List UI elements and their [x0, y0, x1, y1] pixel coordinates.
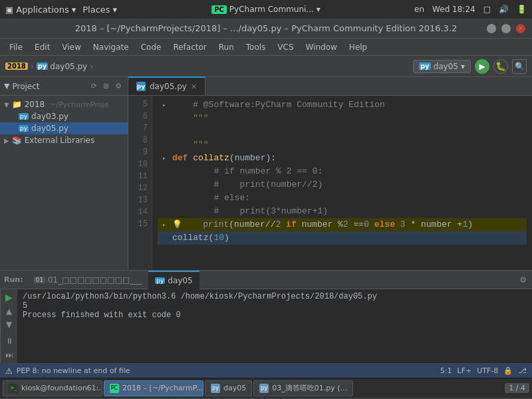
run-pause-btn[interactable]: ⏸	[3, 336, 15, 347]
search-button[interactable]: 🔍	[512, 59, 527, 74]
menu-navigate[interactable]: Navigate	[88, 41, 134, 53]
expand-icon[interactable]: ⊞	[101, 81, 111, 91]
menu-view[interactable]: View	[57, 41, 86, 53]
run-button[interactable]: ▶	[475, 59, 489, 74]
menu-help[interactable]: Help	[344, 41, 372, 53]
warning-icon: ⚠	[5, 366, 13, 376]
window-arrow-sys: ▾	[317, 5, 321, 14]
battery-icon: 🔋	[517, 5, 527, 14]
bulb-icon[interactable]: 💡	[172, 219, 182, 231]
breadcrumb: 2018 › py day05.py ›	[5, 62, 410, 71]
apps-arrow-icon: ▾	[72, 5, 76, 15]
cursor-position[interactable]: 5:1	[440, 366, 452, 375]
code-line-11: # print(number//2)	[158, 178, 527, 192]
run-output-line-2: 5	[23, 301, 527, 311]
maximize-button[interactable]: □	[501, 24, 511, 33]
tab-day05[interactable]: py day05.py ✕	[128, 76, 205, 95]
sidebar-collapse-icon[interactable]: ▼	[4, 82, 9, 90]
menu-code[interactable]: Code	[136, 41, 167, 53]
run-tab-day05-label: day05	[168, 276, 192, 285]
run-config-icon: py	[419, 63, 431, 70]
run-config-selector[interactable]: py day05 ▾	[413, 60, 471, 73]
minimize-button[interactable]: —	[487, 24, 496, 33]
taskbar-day05[interactable]: py day05	[205, 380, 252, 396]
menu-refactor[interactable]: Refactor	[168, 41, 211, 53]
system-right: en Wed 18:24 □ 🔊 🔋	[414, 5, 527, 14]
code-editor[interactable]: 5 6 7 8 9 10 11 12 13 14 15 ▸ # @Softwar…	[128, 96, 532, 270]
code-line-13: # print(3*number+1)	[158, 205, 527, 218]
system-bar: ▣ Applications ▾ Places ▾ PC PyCharm Com…	[0, 0, 532, 19]
window-title-system: PC PyCharm Communi... ▾	[211, 5, 321, 14]
menu-run[interactable]: Run	[213, 41, 239, 53]
tree-item-day05[interactable]: py day05.py	[0, 122, 128, 134]
fold-icon-5[interactable]: ▸	[159, 100, 170, 110]
apps-menu[interactable]: ▣ Applications ▾	[5, 5, 76, 15]
pycharm-icon: PC	[110, 384, 119, 393]
gutter-11	[159, 180, 170, 190]
fold-icon-14[interactable]: ▸	[159, 219, 170, 230]
tree-root-path: ~/PycharmProje	[50, 100, 108, 109]
ext-libs-arrow-icon: ▶	[4, 137, 9, 144]
window-name-sys: PyCharm Communi...	[229, 5, 314, 14]
apps-icon: ▣	[5, 5, 13, 15]
menu-file[interactable]: File	[4, 41, 28, 53]
encoding[interactable]: UTF-8	[477, 366, 498, 375]
run-skip-btn[interactable]: ⏭	[3, 349, 15, 360]
settings-icon[interactable]: ⚙	[113, 81, 124, 91]
tree-label-day03: day03.py	[31, 112, 68, 121]
taskbar-day05-label: day05	[223, 384, 246, 392]
menu-window[interactable]: Window	[301, 41, 342, 53]
menu-vcs[interactable]: VCS	[272, 41, 299, 53]
code-line-8: """	[158, 138, 527, 152]
gutter-15	[159, 233, 170, 243]
tree-label-day05: day05.py	[31, 124, 68, 133]
taskbar-terminal[interactable]: >_ kiosk@foundation61:...	[3, 380, 102, 396]
run-side-controls: ▶ ▲ ▼ ⏸ ⏭	[0, 289, 17, 363]
tree-label-ext-libs: External Libraries	[25, 136, 94, 145]
tree-root-2018[interactable]: ▼ 📁 2018 ~/PycharmProje	[0, 98, 128, 110]
close-button[interactable]: ✕	[516, 24, 525, 33]
run-output-line-4: Process finished with exit code 0	[23, 311, 527, 320]
time-label: Wed 18:24	[432, 5, 475, 14]
sidebar: ▼ Project ⟳ ⊞ ⚙ ▼ 📁 2018 ~/PycharmProje …	[0, 77, 128, 270]
run-play-btn[interactable]: ▶	[3, 292, 15, 303]
run-label: Run:	[0, 271, 27, 289]
run-up-btn[interactable]: ▲	[3, 306, 15, 317]
run-tab-01[interactable]: 01 01_□□□□□□□□□___	[27, 271, 149, 289]
taskbar-file3[interactable]: py 03_滴答嗒吃01.py (…	[253, 380, 353, 396]
tabs-bar: py day05.py ✕	[128, 77, 532, 96]
page-indicator: 1 / 4	[505, 383, 529, 393]
run-window: Run: 01 01_□□□□□□□□□___ py day05 ⚙ ▶ ▲ ▼…	[0, 270, 532, 363]
tree-item-day03[interactable]: py day03.py	[0, 110, 128, 122]
fold-icon-9[interactable]: ▸	[159, 153, 170, 164]
run-down-btn[interactable]: ▼	[3, 319, 15, 331]
file-breadcrumb[interactable]: py day05.py	[37, 62, 88, 71]
places-label: Places	[82, 5, 110, 15]
menu-tools[interactable]: Tools	[241, 41, 271, 53]
code-content[interactable]: ▸ # @Software:PyCharm Community Edition …	[152, 96, 532, 270]
run-tab-day05[interactable]: py day05	[148, 271, 199, 289]
status-left: ⚠ PEP 8: no newline at end of file	[5, 366, 435, 376]
gutter-12	[159, 193, 170, 203]
terminal-icon: >_	[9, 384, 18, 393]
ext-libs-icon: 📚	[12, 136, 22, 145]
git-icon: ⎇	[518, 366, 527, 375]
run-output: /usr/local/python3/bin/python3.6 /home/k…	[17, 289, 532, 363]
run-tab-settings[interactable]: ⚙	[519, 275, 532, 285]
line-ending[interactable]: LF÷	[458, 366, 472, 375]
pycharm-icon-sys: PC	[211, 5, 227, 14]
gutter-10	[159, 166, 170, 177]
sync-icon[interactable]: ⟳	[89, 81, 99, 91]
status-bar: ⚠ PEP 8: no newline at end of file 5:1 L…	[0, 363, 532, 378]
taskbar-pycharm[interactable]: PC 2018 – [~/PycharmP...	[104, 380, 203, 396]
file-icon-breadcrumb: py	[37, 63, 49, 70]
debug-button[interactable]: 🐛	[493, 59, 508, 74]
places-menu[interactable]: Places ▾	[82, 5, 117, 15]
tab-close-day05[interactable]: ✕	[191, 82, 197, 91]
tab-file-icon-day05: py	[136, 82, 146, 91]
menu-edit[interactable]: Edit	[29, 41, 55, 53]
tree-item-ext-libs[interactable]: ▶ 📚 External Libraries	[0, 134, 128, 146]
code-line-15: collatz(10)	[158, 231, 527, 245]
taskbar-pycharm-label: 2018 – [~/PycharmP...	[122, 384, 203, 392]
menu-bar: File Edit View Navigate Code Refactor Ru…	[0, 39, 532, 56]
